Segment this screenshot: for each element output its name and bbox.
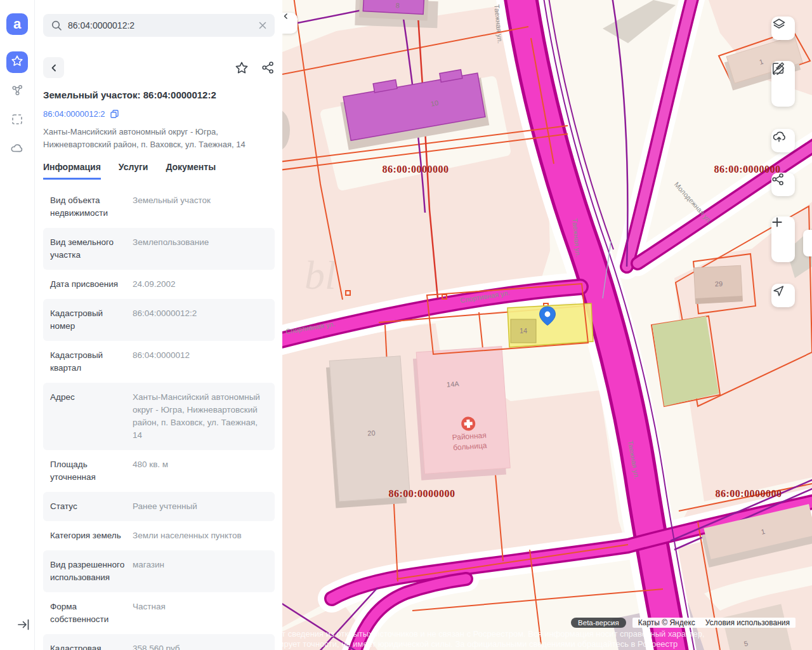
map-attribution: Beta-версия Карты © Яндекс Условия испол…: [571, 618, 796, 628]
app-logo[interactable]: a: [6, 13, 28, 35]
search-bar: [43, 14, 275, 37]
tab-information[interactable]: Информация: [43, 162, 101, 180]
table-row: Вид земельного участкаЗемлепользование: [43, 228, 275, 270]
minus-icon: [771, 216, 783, 228]
svg-text:10: 10: [430, 99, 439, 108]
svg-text:20: 20: [367, 429, 376, 437]
cadastral-number-link[interactable]: 86:04:0000012:2: [43, 109, 105, 119]
svg-text:86:00:0000000: 86:00:0000000: [388, 488, 455, 499]
objects-button[interactable]: [6, 81, 28, 102]
clear-search-icon[interactable]: [258, 21, 267, 30]
table-row: Вид объекта недвижимостиЗемельный участо…: [43, 186, 275, 228]
share-object-button[interactable]: [261, 61, 275, 74]
svg-text:14: 14: [520, 327, 527, 335]
tab-documents[interactable]: Документы: [166, 162, 216, 180]
favorites-button[interactable]: [6, 51, 28, 73]
object-address: Ханты-Мансийский автономный округ - Югра…: [43, 126, 262, 151]
svg-text:86:00:0000000: 86:00:0000000: [382, 164, 449, 175]
beta-badge: Beta-версия: [571, 618, 626, 628]
edge-partial-button[interactable]: [803, 230, 812, 256]
yandex-maps-link[interactable]: Карты © Яндекс: [638, 618, 695, 627]
layers-icon: [771, 17, 787, 32]
building-8: 8: [359, 0, 429, 21]
layers-button[interactable]: [771, 17, 795, 40]
exit-button[interactable]: [13, 615, 34, 637]
table-row: Форма собственностиЧастная: [43, 592, 275, 634]
edit-button[interactable]: [771, 84, 795, 107]
tab-bar: Информация Услуги Документы: [43, 162, 275, 180]
star-outline-icon: [235, 61, 249, 75]
svg-text:bl: bl: [304, 253, 336, 298]
dashed-square-icon: [10, 112, 24, 129]
app: a: [0, 0, 812, 650]
page-title: Земельный участок: 86:04:0000012:2: [43, 90, 275, 100]
logo-glyph: a: [13, 16, 21, 32]
share-icon: [261, 61, 275, 74]
star-icon: [11, 55, 23, 70]
cadastral-link-row: 86:04:0000012:2: [43, 109, 275, 119]
collapse-panel-button[interactable]: [282, 13, 298, 34]
building-29: 29: [694, 265, 743, 304]
building-20: 20: [325, 356, 410, 508]
search-input[interactable]: [68, 20, 252, 30]
table-row: Кадастровая стоимость358,560 руб.: [43, 634, 275, 650]
upload-button[interactable]: [771, 129, 795, 152]
svg-text:8: 8: [395, 1, 400, 9]
table-row: Категория земельЗемли населенных пунктов: [43, 521, 275, 550]
info-panel: Земельный участок: 86:04:0000012:2 86:04…: [36, 0, 282, 650]
table-row: Кадастровый квартал86:04:0000012: [43, 341, 275, 383]
left-rail: a: [0, 0, 35, 650]
share-icon: [771, 173, 785, 186]
share-map-button[interactable]: [771, 173, 795, 196]
back-button[interactable]: [43, 57, 64, 78]
copy-icon[interactable]: [110, 109, 119, 119]
attributes-table: Вид объекта недвижимостиЗемельный участо…: [43, 186, 275, 650]
svg-text:29: 29: [715, 280, 723, 288]
measure-edit-group: [771, 61, 795, 107]
navigate-icon: [771, 284, 785, 298]
polygon-nodes-icon: [10, 83, 24, 100]
object-header: [43, 57, 275, 78]
cloud-button[interactable]: [6, 139, 28, 161]
svg-text:14А: 14А: [447, 380, 460, 388]
svg-text:86:00:0000000: 86:00:0000000: [714, 164, 780, 175]
chevron-left-icon: [282, 13, 289, 20]
svg-text:86:00:0000000: 86:00:0000000: [715, 488, 782, 499]
cloud-icon: [10, 141, 25, 159]
zoom-control: [771, 216, 795, 262]
chevron-left-icon: [49, 63, 58, 72]
tab-services[interactable]: Услуги: [119, 162, 148, 180]
cloud-upload-icon: [771, 129, 787, 144]
map-canvas[interactable]: bl: [282, 0, 812, 650]
hospital-building: 14А Районная больница: [412, 347, 511, 481]
table-row: Площадь уточненная480 кв. м: [43, 450, 275, 492]
zoom-out-button[interactable]: [771, 239, 795, 262]
table-row: Кадастровый номер86:04:0000012:2: [43, 299, 275, 341]
favorite-object-button[interactable]: [235, 61, 249, 75]
locate-button[interactable]: [771, 284, 795, 307]
table-row: АдресХанты-Мансийский автономный округ -…: [43, 383, 275, 450]
table-row: Вид разрешенного использованиямагазин: [43, 550, 275, 592]
exit-icon: [16, 618, 30, 634]
table-row: Дата присвоения24.09.2002: [43, 270, 275, 299]
edit-square-icon: [771, 61, 785, 75]
search-icon: [51, 20, 62, 31]
select-area-button[interactable]: [6, 110, 28, 131]
table-row: СтатусРанее учтенный: [43, 492, 275, 521]
terms-of-use-link[interactable]: Условия использования: [705, 618, 790, 627]
map-area: bl: [282, 0, 812, 650]
